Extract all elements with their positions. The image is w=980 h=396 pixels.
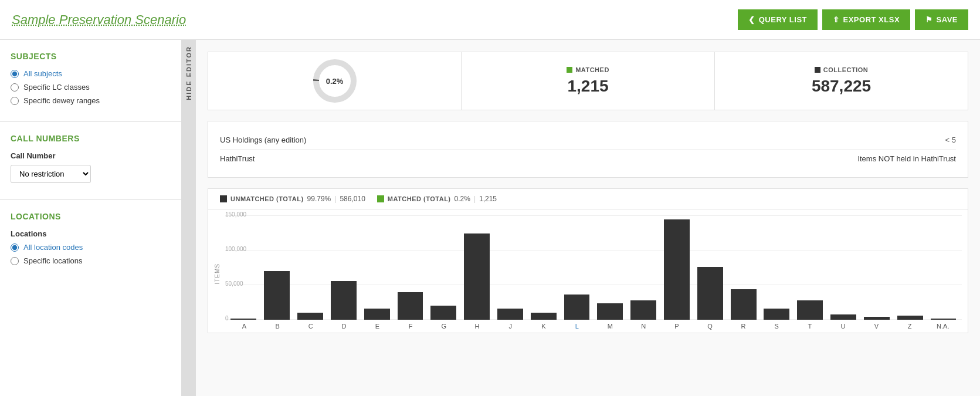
x-label-j: J <box>494 323 527 330</box>
hide-editor-label: HIDE EDITOR <box>185 46 192 100</box>
bar-q <box>697 267 723 320</box>
x-label-k: K <box>527 323 561 330</box>
bar-group-r <box>727 215 759 320</box>
bar-group-z <box>894 215 926 320</box>
bar-group-s <box>761 215 793 320</box>
x-label-g: G <box>427 323 460 330</box>
unmatched-label: UNMATCHED (TOTAL) <box>230 195 304 202</box>
all-subjects-option[interactable]: All subjects <box>11 69 171 78</box>
content-area: 0.2% MATCHED 1,215 COLLECTION 587,225 <box>196 40 980 396</box>
bar-b <box>264 271 290 320</box>
export-xlsx-button[interactable]: ⇧ EXPORT XLSX <box>822 9 910 30</box>
x-label-m: M <box>594 323 627 330</box>
x-label-n: N <box>627 323 660 330</box>
donut-label: 0.2% <box>326 77 344 86</box>
header-buttons: ❮ QUERY LIST ⇧ EXPORT XLSX ⚑ SAVE <box>738 9 968 30</box>
bar-group-b <box>261 215 293 320</box>
bar-group-u <box>828 215 860 320</box>
bar-group-e <box>361 215 393 320</box>
x-label-h: H <box>460 323 494 330</box>
specific-dewey-ranges-radio[interactable] <box>11 97 19 105</box>
bar-group-n.a. <box>927 215 959 320</box>
bookmark-icon: ⚑ <box>925 15 933 24</box>
x-label-p: P <box>660 323 694 330</box>
all-location-codes-option[interactable]: All location codes <box>11 243 171 252</box>
collection-value: 587,225 <box>812 77 871 96</box>
unmatched-pct: 99.79% <box>307 195 331 203</box>
call-numbers-title: CALL NUMBERS <box>11 134 171 143</box>
specific-lc-classes-option[interactable]: Specific LC classes <box>11 83 171 92</box>
all-location-codes-radio[interactable] <box>11 243 19 252</box>
bar-m <box>597 303 623 320</box>
bar-p <box>664 219 690 320</box>
unmatched-color-square <box>220 195 227 202</box>
bar-k <box>531 313 557 320</box>
x-label-l: L <box>560 323 594 330</box>
x-label-z: Z <box>893 323 927 330</box>
collection-section: COLLECTION 587,225 <box>715 52 968 110</box>
call-numbers-section: CALL NUMBERS Call Number No restriction … <box>11 134 171 183</box>
matched-color-square <box>567 67 572 73</box>
bar-h <box>464 233 490 320</box>
bar-s <box>764 309 789 320</box>
bar-group-m <box>594 215 626 320</box>
specific-dewey-ranges-option[interactable]: Specific dewey ranges <box>11 96 171 105</box>
x-label-v: V <box>860 323 893 330</box>
page-title[interactable]: Sample Preservation Scenario <box>12 12 186 28</box>
x-label-n.a.: N.A. <box>926 323 959 330</box>
bar-n <box>630 300 656 320</box>
collection-label: COLLECTION <box>815 66 869 73</box>
x-label-f: F <box>394 323 428 330</box>
specific-locations-radio[interactable] <box>11 257 19 265</box>
bar-group-a <box>228 215 260 320</box>
bar-group-j <box>494 215 527 320</box>
bars-container <box>225 215 962 320</box>
stats-row: 0.2% MATCHED 1,215 COLLECTION 587,225 <box>208 52 968 110</box>
save-button[interactable]: ⚑ SAVE <box>915 9 968 30</box>
bar-z <box>897 316 923 320</box>
bar-c <box>297 313 323 320</box>
bar-group-f <box>394 215 426 320</box>
all-subjects-label: All subjects <box>23 69 62 78</box>
specific-lc-classes-label: Specific LC classes <box>23 83 90 92</box>
y-axis-label: ITEMS <box>214 263 221 285</box>
call-number-field-label: Call Number <box>11 151 171 160</box>
x-label-u: U <box>826 323 860 330</box>
legend-bar: UNMATCHED (TOTAL) 99.79% | 586,010 MATCH… <box>208 188 968 209</box>
bar-d <box>331 281 357 320</box>
bar-group-t <box>794 215 826 320</box>
x-label-a: A <box>228 323 261 330</box>
matched-legend-pct: 0.2% <box>455 195 470 203</box>
x-label-t: T <box>793 323 826 330</box>
divider-1 <box>0 121 181 122</box>
call-number-select-wrapper: No restriction Specific <box>11 165 171 183</box>
hide-editor-panel[interactable]: HIDE EDITOR <box>182 40 196 396</box>
specific-lc-classes-radio[interactable] <box>11 83 19 92</box>
sidebar: SUBJECTS All subjects Specific LC classe… <box>0 40 182 396</box>
hathitrust-row: HathiTrust Items NOT held in HathiTrust <box>220 149 956 168</box>
all-subjects-radio[interactable] <box>11 70 19 78</box>
bar-group-d <box>327 215 360 320</box>
call-number-select[interactable]: No restriction Specific <box>11 165 91 183</box>
locations-title: LOCATIONS <box>11 212 171 221</box>
matched-section: MATCHED 1,215 <box>462 52 715 110</box>
x-label-e: E <box>361 323 394 330</box>
matched-label: MATCHED <box>567 66 609 73</box>
donut-section: 0.2% <box>208 52 462 110</box>
x-axis: ABCDEFGHJKLMNPQRSTUVZN.A. <box>225 320 962 333</box>
donut-chart: 0.2% <box>311 57 358 104</box>
x-label-d: D <box>327 323 361 330</box>
x-label-s: S <box>760 323 794 330</box>
locations-section: LOCATIONS Locations All location codes S… <box>11 212 171 265</box>
x-label-q: Q <box>693 323 727 330</box>
header: Sample Preservation Scenario ❮ QUERY LIS… <box>0 0 980 40</box>
matched-color-square-legend <box>377 195 384 202</box>
us-holdings-value: < 5 <box>945 136 956 144</box>
bar-r <box>731 289 757 320</box>
collection-color-square <box>815 67 820 73</box>
bar-group-g <box>428 215 460 320</box>
specific-locations-option[interactable]: Specific locations <box>11 256 171 265</box>
subjects-section: SUBJECTS All subjects Specific LC classe… <box>11 52 171 105</box>
query-list-button[interactable]: ❮ QUERY LIST <box>738 9 818 30</box>
bar-group-l <box>561 215 593 320</box>
